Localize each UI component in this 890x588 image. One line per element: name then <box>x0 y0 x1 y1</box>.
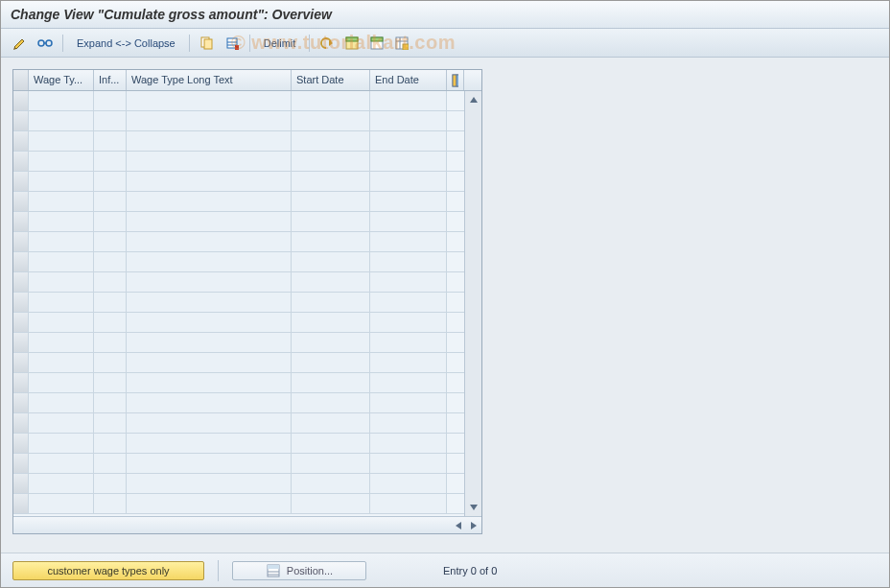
bottom-separator <box>218 560 219 581</box>
svg-rect-4 <box>204 39 212 49</box>
svg-rect-8 <box>235 45 239 50</box>
col-wage-type-long-text[interactable]: Wage Type Long Text <box>127 70 292 90</box>
table-settings-button[interactable] <box>392 34 411 53</box>
position-label: Position... <box>287 565 333 576</box>
table-row[interactable] <box>13 413 464 434</box>
scroll-left-button[interactable] <box>451 519 466 532</box>
table-row[interactable] <box>13 192 464 212</box>
customer-wage-types-label: customer wage types only <box>47 565 169 576</box>
table-row[interactable] <box>13 474 464 494</box>
configure-columns-button[interactable] <box>447 70 464 90</box>
select-all-icon <box>344 35 360 51</box>
toolbar-separator <box>62 35 63 52</box>
svg-point-1 <box>46 40 52 46</box>
scroll-up-button[interactable] <box>467 93 480 106</box>
table-row[interactable] <box>13 454 464 474</box>
col-infotype[interactable]: Inf... <box>94 70 127 90</box>
delete-row-icon <box>224 35 240 51</box>
toolbar-separator <box>249 35 250 52</box>
customer-wage-types-button[interactable]: customer wage types only <box>12 561 204 580</box>
table-row[interactable] <box>13 494 464 514</box>
svg-rect-17 <box>403 44 409 50</box>
svg-point-0 <box>38 40 44 46</box>
position-icon <box>266 563 281 578</box>
table-row[interactable] <box>13 252 464 272</box>
table-row[interactable] <box>13 393 464 413</box>
scroll-right-button[interactable] <box>466 519 481 532</box>
other-view-button[interactable] <box>11 34 30 53</box>
col-start-date[interactable]: Start Date <box>292 70 370 90</box>
delete-button[interactable] <box>222 34 242 53</box>
table-row[interactable] <box>13 232 464 252</box>
table-row[interactable] <box>13 172 464 192</box>
table-row[interactable] <box>13 313 464 333</box>
undo-button[interactable] <box>317 34 337 53</box>
bottom-bar: customer wage types only Position... Ent… <box>1 553 889 587</box>
table-body <box>13 91 481 516</box>
vertical-scrollbar[interactable] <box>464 91 481 516</box>
table-header: Wage Ty... Inf... Wage Type Long Text St… <box>13 70 481 91</box>
pencil-tool-icon <box>12 35 28 51</box>
delimit-button[interactable]: Delimit <box>258 37 302 49</box>
expand-collapse-button[interactable]: Expand <-> Collapse <box>71 37 181 49</box>
col-wage-type[interactable]: Wage Ty... <box>29 70 94 90</box>
table-rows <box>13 91 464 516</box>
table-row[interactable] <box>13 293 464 313</box>
table-row[interactable] <box>13 152 464 172</box>
toolbar-separator <box>189 35 190 52</box>
svg-rect-20 <box>457 75 458 86</box>
col-select-all[interactable] <box>13 70 29 90</box>
table-row[interactable] <box>13 272 464 293</box>
toolbar-separator <box>309 35 310 52</box>
svg-rect-13 <box>371 37 383 41</box>
position-button[interactable]: Position... <box>232 561 366 580</box>
svg-marker-21 <box>470 97 478 103</box>
table-row[interactable] <box>13 434 464 454</box>
page-title: Change View "Cumulate gross amount": Ove… <box>11 7 332 22</box>
find-button[interactable] <box>35 34 55 53</box>
table-row[interactable] <box>13 353 464 373</box>
toolbar: Expand <-> Collapse Delimit <box>1 29 889 58</box>
select-all-button[interactable] <box>342 34 362 53</box>
svg-rect-26 <box>268 565 279 569</box>
copy-button[interactable] <box>198 34 217 53</box>
svg-marker-22 <box>470 505 478 510</box>
svg-marker-23 <box>456 522 461 529</box>
entry-status: Entry 0 of 0 <box>443 565 497 576</box>
table-row[interactable] <box>13 91 464 111</box>
titlebar: Change View "Cumulate gross amount": Ove… <box>1 1 889 29</box>
horizontal-scrollbar[interactable] <box>13 516 481 533</box>
columns-icon <box>452 74 458 87</box>
copy-icon <box>199 35 215 51</box>
deselect-all-button[interactable] <box>367 34 386 53</box>
data-grid: Wage Ty... Inf... Wage Type Long Text St… <box>12 69 482 534</box>
svg-marker-24 <box>471 522 477 529</box>
svg-rect-11 <box>346 37 358 41</box>
table-row[interactable] <box>13 333 464 353</box>
glasses-icon <box>37 35 53 51</box>
table-row[interactable] <box>13 111 464 131</box>
table-row[interactable] <box>13 212 464 232</box>
svg-rect-19 <box>453 75 457 86</box>
deselect-all-icon <box>369 35 385 51</box>
table-row[interactable] <box>13 131 464 152</box>
col-end-date[interactable]: End Date <box>370 70 447 90</box>
table-config-icon <box>394 35 410 51</box>
scroll-down-button[interactable] <box>467 501 480 514</box>
undo-icon <box>319 35 335 51</box>
table-row[interactable] <box>13 373 464 393</box>
